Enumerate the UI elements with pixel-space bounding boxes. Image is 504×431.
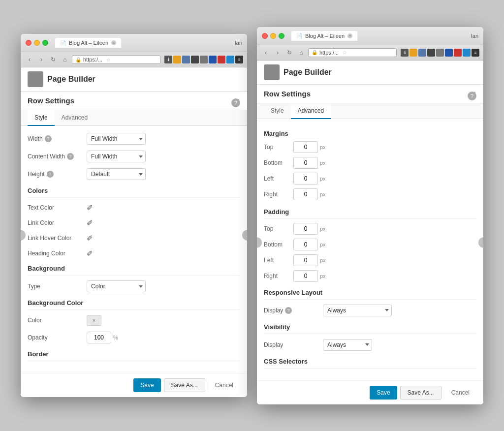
background-type-select[interactable]: Color <box>87 280 146 292</box>
right-help-icon[interactable]: ? <box>468 92 476 100</box>
margin-left-unit: px <box>320 176 326 182</box>
bg-color-swatch[interactable]: × <box>87 315 101 326</box>
padding-right-row: Right px <box>264 270 476 282</box>
maximize-button[interactable] <box>42 40 48 46</box>
margin-left-input-group: px <box>293 173 326 185</box>
star-icon[interactable]: ☆ <box>106 57 111 62</box>
padding-right-unit: px <box>320 273 326 279</box>
right-forward-button[interactable]: › <box>273 48 283 58</box>
margin-left-input[interactable] <box>293 173 318 185</box>
swatch-clear-icon[interactable]: × <box>93 318 95 323</box>
opacity-row: Opacity 100 % <box>28 332 240 343</box>
margin-top-input-group: px <box>293 141 326 153</box>
tab-close-icon[interactable]: × <box>111 40 116 45</box>
margins-title: Margins <box>264 126 476 137</box>
margin-top-input[interactable] <box>293 141 318 153</box>
opacity-label: Opacity <box>28 334 87 341</box>
extension-icon-6 <box>209 56 217 63</box>
close-button[interactable] <box>26 40 32 46</box>
height-select[interactable]: Default <box>87 168 146 180</box>
right-extension-icon-1: ℹ <box>401 49 409 57</box>
responsive-display-help-icon[interactable]: ? <box>285 307 292 314</box>
height-help-icon[interactable]: ? <box>47 171 54 178</box>
margin-top-row: Top px <box>264 141 476 153</box>
margin-bottom-unit: px <box>320 160 326 166</box>
address-text: https:/... <box>83 57 102 62</box>
right-save-button[interactable]: Save <box>370 386 397 400</box>
right-ssl-lock-icon: 🔒 <box>312 50 317 55</box>
right-footer-actions: Save Save As... Cancel <box>257 380 483 404</box>
back-button[interactable]: ‹ <box>25 55 34 64</box>
margin-right-input[interactable] <box>293 188 318 200</box>
right-extension-icon-2 <box>410 49 417 57</box>
right-tab-style[interactable]: Style <box>264 103 291 119</box>
link-hover-color-row: Link Hover Color ✏ <box>28 233 240 243</box>
width-select[interactable]: Full Width <box>87 133 146 145</box>
right-titlebar: 📄 Blog Alt – Eileen × Ian <box>257 27 483 45</box>
opacity-unit: % <box>113 335 118 340</box>
content-width-row: Content Width ? Full Width <box>28 151 240 162</box>
right-tab-advanced[interactable]: Advanced <box>291 103 331 119</box>
left-pb-title: Page Builder <box>47 75 95 84</box>
padding-top-input[interactable] <box>293 223 318 235</box>
padding-top-label: Top <box>264 225 293 232</box>
margin-right-row: Right px <box>264 188 476 200</box>
margin-right-unit: px <box>320 191 326 197</box>
right-tab-close-icon[interactable]: × <box>347 33 352 38</box>
right-maximize-button[interactable] <box>279 33 284 39</box>
margin-bottom-label: Bottom <box>264 159 293 166</box>
menu-icon[interactable]: ≡ <box>235 56 243 63</box>
right-save-as-button[interactable]: Save As... <box>400 386 441 400</box>
colors-section-title: Colors <box>28 187 240 198</box>
right-tab-label: Blog Alt – Eileen <box>305 33 345 39</box>
right-close-button[interactable] <box>262 33 268 39</box>
right-extension-icon-7 <box>454 49 462 57</box>
margin-top-label: Top <box>264 144 293 151</box>
padding-bottom-input[interactable] <box>293 239 318 250</box>
right-tabs-bar: Style Advanced <box>257 103 483 119</box>
padding-left-row: Left px <box>264 254 476 266</box>
right-reload-button[interactable]: ↻ <box>284 48 294 58</box>
margin-right-label: Right <box>264 191 293 198</box>
right-cancel-button[interactable]: Cancel <box>444 386 476 400</box>
tab-advanced[interactable]: Advanced <box>55 110 94 126</box>
browser-tab[interactable]: 📄 Blog Alt – Eileen × <box>55 38 121 48</box>
right-back-button[interactable]: ‹ <box>261 48 271 58</box>
responsive-display-select[interactable]: Always <box>323 305 392 316</box>
minimize-button[interactable] <box>34 40 40 46</box>
right-home-button[interactable]: ⌂ <box>296 48 306 58</box>
home-button[interactable]: ⌂ <box>60 55 70 64</box>
width-help-icon[interactable]: ? <box>45 135 52 142</box>
left-save-as-button[interactable]: Save As... <box>164 378 205 392</box>
visibility-display-select[interactable]: Always <box>323 339 372 351</box>
right-minimize-button[interactable] <box>270 33 276 39</box>
padding-left-label: Left <box>264 257 293 264</box>
css-selectors-title: CSS Selectors <box>264 358 476 369</box>
opacity-input[interactable]: 100 <box>87 332 111 343</box>
margin-bottom-input[interactable] <box>293 157 318 169</box>
tab-style[interactable]: Style <box>28 110 55 126</box>
content-width-select[interactable]: Full Width <box>87 151 146 162</box>
reload-button[interactable]: ↻ <box>48 55 58 64</box>
left-cancel-button[interactable]: Cancel <box>208 378 240 392</box>
right-star-icon[interactable]: ☆ <box>343 50 347 55</box>
left-save-button[interactable]: Save <box>133 378 160 392</box>
right-menu-icon[interactable]: ≡ <box>472 49 479 57</box>
address-bar[interactable]: 🔒 https:/... ☆ <box>72 55 160 64</box>
padding-right-input[interactable] <box>293 270 318 282</box>
right-address-bar[interactable]: 🔒 https:/... ☆ <box>308 48 397 57</box>
link-hover-color-label: Link Hover Color <box>28 235 87 242</box>
border-section-title: Border <box>28 350 240 361</box>
heading-color-label: Heading Color <box>28 250 87 257</box>
right-toolbar-extensions: ℹ ≡ <box>401 49 479 57</box>
content-width-help-icon[interactable]: ? <box>67 153 74 160</box>
forward-button[interactable]: › <box>36 55 46 64</box>
right-browser-tab[interactable]: 📄 Blog Alt – Eileen × <box>291 31 357 41</box>
right-extension-icon-6 <box>445 49 453 57</box>
padding-left-input[interactable] <box>293 254 318 266</box>
left-help-icon[interactable]: ? <box>231 98 240 107</box>
right-browser-user: Ian <box>471 33 478 39</box>
margin-left-label: Left <box>264 175 293 182</box>
toolbar-extensions: ℹ ≡ <box>164 56 243 63</box>
padding-right-label: Right <box>264 273 293 279</box>
